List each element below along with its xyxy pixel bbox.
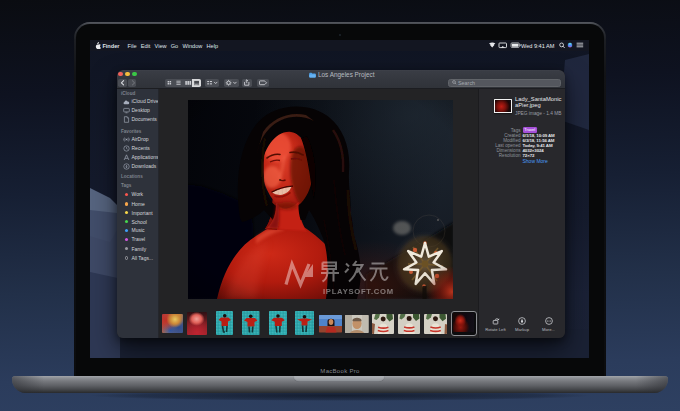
svg-text:IPLAYSOFT.COM: IPLAYSOFT.COM: [323, 287, 394, 296]
